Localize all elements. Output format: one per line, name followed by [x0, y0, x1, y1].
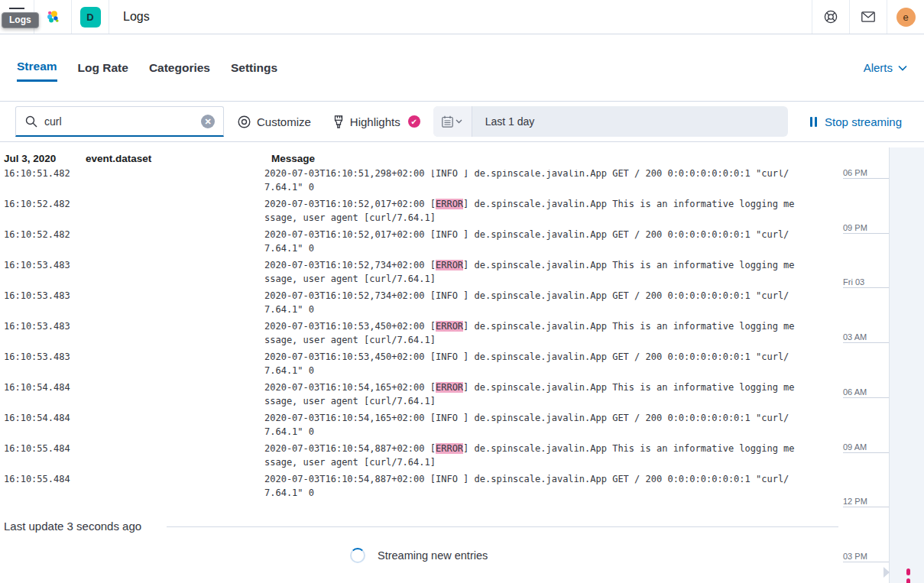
customize-button[interactable]: Customize [238, 115, 311, 128]
highlights-button[interactable]: Highlights ✔ [333, 115, 420, 128]
column-header-dataset: event.dataset [86, 153, 261, 164]
stop-streaming-button[interactable]: Stop streaming [810, 115, 902, 128]
log-row[interactable]: 16:10:52.482 2020-07-03T16:10:52,017+02:… [0, 196, 841, 226]
log-level-token: INFO [436, 168, 463, 179]
newsfeed-button[interactable] [850, 0, 887, 34]
log-row-dataset [86, 197, 261, 226]
log-level-token: INFO [436, 474, 463, 484]
chevron-down-icon [456, 119, 462, 124]
column-header-message: Message [261, 153, 841, 164]
log-row-dataset [86, 381, 261, 410]
log-row[interactable]: 16:10:53.483 2020-07-03T16:10:52,734+02:… [0, 287, 841, 318]
logs-app: Logs D Logs [0, 0, 924, 583]
log-row[interactable]: 16:10:51.482 2020-07-03T16:10:51,298+02:… [0, 165, 841, 196]
log-level-token: ERROR [436, 260, 463, 270]
chevron-down-icon [898, 65, 907, 71]
tab-settings[interactable]: Settings [231, 55, 277, 81]
log-row-timestamp: 16:10:53.483 [0, 258, 86, 287]
log-row-timestamp: 16:10:52.482 [0, 197, 86, 226]
timeline-minimap: 06 PM09 PMFri 0303 AM06 AM09 AM12 PM03 P… [841, 142, 924, 583]
log-row[interactable]: 16:10:55.484 2020-07-03T16:10:54,887+02:… [0, 471, 841, 501]
log-row-message: 2020-07-03T16:10:54,165+02:00 [INFO ] de… [261, 411, 798, 440]
elastic-logo[interactable] [34, 0, 71, 34]
log-row-message: 2020-07-03T16:10:52,017+02:00 [ERROR] de… [261, 197, 798, 226]
tabs-bar: Stream Log Rate Categories Settings Aler… [0, 34, 924, 102]
log-row-message: 2020-07-03T16:10:54,887+02:00 [ERROR] de… [261, 442, 798, 471]
log-row-dataset [86, 228, 261, 257]
streaming-indicator: Streaming new entries [350, 548, 488, 563]
user-menu-button[interactable]: e [887, 0, 924, 34]
log-row-dataset [86, 411, 261, 440]
search-icon [25, 115, 37, 128]
log-row-message: 2020-07-03T16:10:52,734+02:00 [ERROR] de… [261, 258, 798, 287]
time-range-value[interactable]: Last 1 day [472, 115, 535, 128]
last-update-text: Last update 3 seconds ago [4, 520, 141, 533]
timeline-entry-marker [906, 568, 910, 575]
log-row-timestamp: 16:10:51.482 [0, 167, 86, 196]
menu-tooltip: Logs [2, 12, 39, 28]
elastic-logo-icon [46, 10, 60, 24]
clear-search-button[interactable]: ✕ [201, 115, 215, 128]
column-header-date: Jul 3, 2020 [0, 153, 86, 164]
stream-toolbar: ✕ Customize Highlights ✔ [0, 102, 924, 142]
page-title: Logs [123, 10, 150, 24]
log-row-message: 2020-07-03T16:10:54,165+02:00 [ERROR] de… [261, 381, 798, 410]
timeline-entry-marker [906, 578, 910, 583]
log-row[interactable]: 16:10:53.483 2020-07-03T16:10:53,450+02:… [0, 348, 841, 379]
help-button[interactable] [812, 0, 849, 34]
last-update-divider [167, 526, 838, 527]
quick-select-button[interactable] [433, 106, 472, 137]
streaming-label: Streaming new entries [378, 549, 488, 562]
log-row-timestamp: 16:10:54.484 [0, 381, 86, 410]
log-level-token: INFO [436, 290, 463, 301]
log-row-timestamp: 16:10:53.483 [0, 319, 86, 348]
divider [109, 0, 109, 34]
log-rows: 16:10:51.482 2020-07-03T16:10:51,298+02:… [0, 165, 841, 501]
brush-icon [333, 115, 344, 128]
timeline-tick-label: 09 AM [843, 442, 889, 453]
tab-stream[interactable]: Stream [17, 53, 57, 82]
mail-icon [861, 10, 875, 24]
top-navigation-bar: Logs D Logs [0, 0, 924, 34]
log-row[interactable]: 16:10:53.483 2020-07-03T16:10:53,450+02:… [0, 318, 841, 348]
log-row-message: 2020-07-03T16:10:53,450+02:00 [ERROR] de… [261, 319, 798, 348]
log-row[interactable]: 16:10:52.482 2020-07-03T16:10:52,017+02:… [0, 226, 841, 257]
log-level-token: INFO [436, 413, 463, 423]
log-level-token: ERROR [436, 321, 463, 332]
timeline-tick-label: 12 PM [843, 497, 889, 507]
log-level-token: ERROR [436, 443, 463, 454]
log-row[interactable]: 16:10:55.484 2020-07-03T16:10:54,887+02:… [0, 440, 841, 471]
deployment-badge[interactable]: D [72, 0, 109, 34]
log-row-message: 2020-07-03T16:10:52,734+02:00 [INFO ] de… [261, 289, 798, 318]
log-row-message: 2020-07-03T16:10:51,298+02:00 [INFO ] de… [261, 167, 798, 196]
log-row-timestamp: 16:10:55.484 [0, 472, 86, 501]
search-box: ✕ [15, 106, 224, 137]
log-row-dataset [86, 442, 261, 471]
log-row[interactable]: 16:10:54.484 2020-07-03T16:10:54,165+02:… [0, 410, 841, 440]
help-lifebuoy-icon [824, 10, 838, 24]
log-row-dataset [86, 350, 261, 379]
log-row-dataset [86, 289, 261, 318]
alerts-dropdown[interactable]: Alerts [864, 61, 907, 74]
log-row-timestamp: 16:10:55.484 [0, 442, 86, 471]
calendar-icon [442, 115, 453, 128]
search-input[interactable] [44, 115, 201, 128]
tab-log-rate[interactable]: Log Rate [78, 55, 128, 81]
tab-categories[interactable]: Categories [149, 55, 210, 81]
log-level-token: ERROR [436, 199, 463, 209]
log-row[interactable]: 16:10:53.483 2020-07-03T16:10:52,734+02:… [0, 257, 841, 287]
timeline-tick-label: 03 AM [843, 332, 889, 343]
log-level-token: INFO [436, 229, 463, 240]
avatar: e [896, 8, 916, 27]
timeline-tick-label: 09 PM [843, 223, 889, 234]
pause-icon [810, 117, 817, 127]
highlights-active-badge: ✔ [408, 115, 420, 128]
customize-label: Customize [257, 115, 311, 128]
log-stream-main: 16:10:51.482 2020-07-03T16:10:51,298+02:… [0, 142, 924, 583]
alerts-label: Alerts [864, 61, 893, 74]
log-row-dataset [86, 319, 261, 348]
log-row-message: 2020-07-03T16:10:53,450+02:00 [INFO ] de… [261, 350, 798, 379]
log-row[interactable]: 16:10:54.484 2020-07-03T16:10:54,165+02:… [0, 379, 841, 410]
eye-icon [238, 115, 251, 128]
timeline-density-panel[interactable] [889, 147, 924, 583]
